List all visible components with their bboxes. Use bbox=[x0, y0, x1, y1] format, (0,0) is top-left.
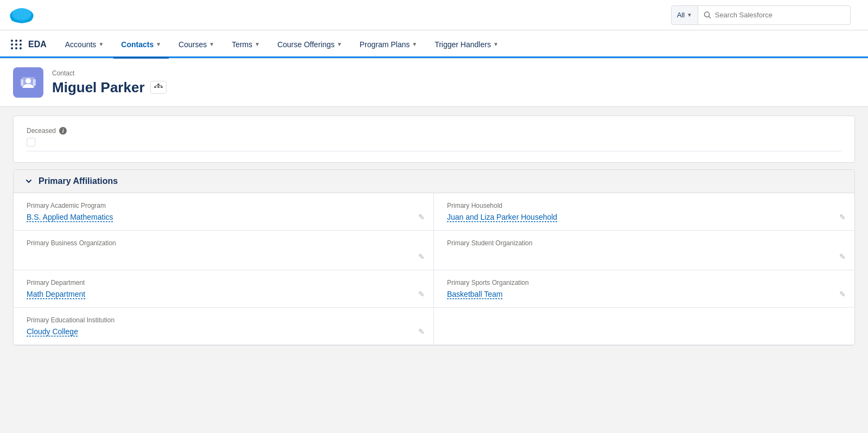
primary-student-org-cell: Primary Student Organization ✎ bbox=[434, 231, 854, 270]
svg-point-5 bbox=[704, 12, 709, 17]
primary-business-org-label: Primary Business Organization bbox=[27, 239, 420, 247]
primary-affiliations-card: Primary Affiliations Primary Academic Pr… bbox=[13, 169, 855, 346]
primary-student-org-empty bbox=[447, 250, 841, 261]
course-offerings-chevron-icon: ▼ bbox=[337, 41, 342, 47]
primary-student-org-label: Primary Student Organization bbox=[447, 239, 841, 247]
primary-educational-institution-edit-icon[interactable]: ✎ bbox=[418, 327, 425, 336]
primary-department-cell: Primary Department Math Department ✎ bbox=[14, 270, 434, 308]
page-header-text: Contact Miguel Parker bbox=[52, 69, 167, 96]
deceased-section: Deceased i bbox=[14, 116, 854, 162]
page-header: Contact Miguel Parker bbox=[0, 59, 868, 107]
nav-item-contacts[interactable]: Contacts ▼ bbox=[113, 30, 169, 59]
page-title: Miguel Parker bbox=[52, 79, 167, 96]
nav-accounts-label: Accounts bbox=[65, 40, 97, 49]
svg-rect-18 bbox=[156, 85, 162, 86]
svg-rect-9 bbox=[21, 79, 23, 86]
nav-terms-label: Terms bbox=[232, 40, 252, 49]
primary-educational-institution-label: Primary Educational Institution bbox=[27, 316, 420, 324]
primary-affiliations-header[interactable]: Primary Affiliations bbox=[14, 170, 854, 193]
search-all-dropdown[interactable]: All ▼ bbox=[672, 6, 698, 24]
primary-academic-program-edit-icon[interactable]: ✎ bbox=[418, 213, 425, 221]
svg-rect-10 bbox=[33, 79, 36, 86]
nav-item-courses[interactable]: Courses ▼ bbox=[171, 30, 222, 59]
empty-right-value bbox=[447, 316, 841, 327]
collapse-chevron-icon bbox=[24, 177, 33, 186]
primary-academic-program-label: Primary Academic Program bbox=[27, 202, 420, 209]
svg-rect-12 bbox=[154, 86, 156, 88]
deceased-info-icon[interactable]: i bbox=[59, 127, 67, 135]
primary-sports-org-cell: Primary Sports Organization Basketball T… bbox=[434, 270, 854, 308]
app-launcher-button[interactable] bbox=[9, 37, 24, 52]
hierarchy-button[interactable] bbox=[150, 81, 167, 94]
trigger-handlers-chevron-icon: ▼ bbox=[493, 41, 499, 47]
nav-program-plans-label: Program Plans bbox=[360, 40, 410, 49]
primary-household-cell: Primary Household Juan and Liza Parker H… bbox=[434, 193, 854, 231]
search-icon bbox=[704, 11, 712, 20]
svg-rect-13 bbox=[157, 86, 159, 88]
primary-sports-org-edit-icon[interactable]: ✎ bbox=[839, 290, 846, 298]
contact-name: Miguel Parker bbox=[52, 79, 145, 96]
primary-academic-program-value[interactable]: B.S. Applied Mathematics bbox=[27, 213, 113, 221]
nav-item-course-offerings[interactable]: Course Offerings ▼ bbox=[270, 30, 349, 59]
primary-educational-institution-cell: Primary Educational Institution Cloudy C… bbox=[14, 308, 434, 345]
deceased-label-text: Deceased bbox=[27, 127, 56, 135]
app-name-label: EDA bbox=[28, 40, 47, 49]
svg-point-4 bbox=[12, 8, 31, 20]
primary-business-org-edit-icon[interactable]: ✎ bbox=[418, 252, 425, 261]
svg-point-8 bbox=[25, 78, 31, 84]
affiliations-fields-grid: Primary Academic Program B.S. Applied Ma… bbox=[14, 193, 854, 345]
svg-rect-11 bbox=[157, 84, 159, 85]
primary-academic-program-cell: Primary Academic Program B.S. Applied Ma… bbox=[14, 193, 434, 231]
primary-department-label: Primary Department bbox=[27, 279, 420, 286]
primary-business-org-empty bbox=[27, 250, 420, 261]
search-input-area[interactable] bbox=[698, 11, 850, 20]
primary-department-edit-icon[interactable]: ✎ bbox=[418, 290, 425, 298]
nav-item-program-plans[interactable]: Program Plans ▼ bbox=[352, 30, 425, 59]
contact-record-icon bbox=[13, 67, 43, 98]
terms-chevron-icon: ▼ bbox=[254, 41, 260, 47]
svg-line-6 bbox=[709, 16, 711, 18]
svg-rect-14 bbox=[161, 86, 163, 88]
nav-bar: EDA Accounts ▼ Contacts ▼ Courses ▼ Term… bbox=[0, 30, 868, 59]
nav-contacts-label: Contacts bbox=[121, 40, 154, 49]
nav-item-trigger-handlers[interactable]: Trigger Handlers ▼ bbox=[427, 30, 506, 59]
deceased-field-label: Deceased i bbox=[27, 127, 841, 135]
search-input[interactable] bbox=[715, 11, 845, 19]
primary-educational-institution-value[interactable]: Cloudy College bbox=[27, 327, 78, 336]
hierarchy-icon bbox=[154, 84, 163, 91]
search-chevron-icon: ▼ bbox=[687, 12, 692, 18]
program-plans-chevron-icon: ▼ bbox=[412, 41, 417, 47]
primary-sports-org-value[interactable]: Basketball Team bbox=[447, 290, 502, 298]
nav-courses-label: Courses bbox=[178, 40, 207, 49]
primary-household-label: Primary Household bbox=[447, 202, 841, 209]
deceased-divider bbox=[27, 151, 841, 151]
primary-affiliations-title: Primary Affiliations bbox=[39, 176, 118, 186]
main-content: Deceased i Primary Affiliations Primary … bbox=[0, 107, 868, 361]
deceased-section-card: Deceased i bbox=[13, 116, 855, 163]
contacts-chevron-icon: ▼ bbox=[156, 41, 161, 47]
primary-department-value[interactable]: Math Department bbox=[27, 290, 85, 298]
primary-business-org-cell: Primary Business Organization ✎ bbox=[14, 231, 434, 270]
deceased-checkbox[interactable] bbox=[27, 138, 35, 147]
contact-icon bbox=[20, 74, 37, 91]
search-all-label: All bbox=[677, 11, 685, 19]
primary-household-edit-icon[interactable]: ✎ bbox=[839, 213, 846, 221]
top-bar: All ▼ bbox=[0, 0, 868, 30]
courses-chevron-icon: ▼ bbox=[209, 41, 214, 47]
empty-right-cell bbox=[434, 308, 854, 345]
app-launcher-icon bbox=[11, 40, 22, 49]
salesforce-logo bbox=[9, 2, 35, 28]
primary-sports-org-label: Primary Sports Organization bbox=[447, 279, 841, 286]
primary-household-value[interactable]: Juan and Liza Parker Household bbox=[447, 213, 557, 221]
breadcrumb: Contact bbox=[52, 69, 167, 77]
nav-item-terms[interactable]: Terms ▼ bbox=[224, 30, 267, 59]
search-bar[interactable]: All ▼ bbox=[671, 5, 851, 25]
nav-trigger-handlers-label: Trigger Handlers bbox=[435, 40, 491, 49]
accounts-chevron-icon: ▼ bbox=[98, 41, 104, 47]
nav-item-accounts[interactable]: Accounts ▼ bbox=[58, 30, 112, 59]
nav-course-offerings-label: Course Offerings bbox=[277, 40, 335, 49]
primary-student-org-edit-icon[interactable]: ✎ bbox=[839, 252, 846, 261]
